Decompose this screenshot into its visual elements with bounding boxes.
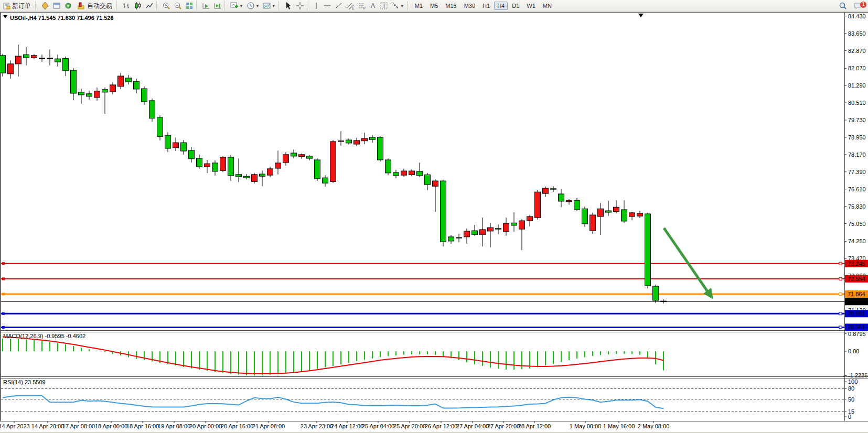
rsi-line bbox=[3, 396, 663, 408]
candle bbox=[338, 141, 344, 142]
time-tick-label: 26 Apr 12:00 bbox=[425, 423, 457, 429]
horizontal-line-tool-button[interactable] bbox=[322, 1, 333, 11]
candle bbox=[71, 70, 77, 93]
new-chart-button[interactable]: ▼ bbox=[229, 1, 245, 11]
level-line-left-handle[interactable] bbox=[2, 326, 5, 329]
candlestick-chart-button[interactable] bbox=[132, 1, 144, 11]
timeframe-h1[interactable]: H1 bbox=[479, 2, 493, 10]
time-tick-label: 21 Apr 08:00 bbox=[252, 423, 285, 429]
time-tick-label: 18 Apr 16:00 bbox=[126, 423, 159, 429]
price-tick-label: 74.250 bbox=[848, 238, 866, 244]
crosshair-tool-button[interactable] bbox=[294, 1, 306, 11]
candle bbox=[661, 301, 667, 301]
price-tick-label: 76.610 bbox=[848, 186, 866, 192]
new-order-icon bbox=[3, 2, 10, 9]
timeframe-w1[interactable]: W1 bbox=[523, 2, 539, 10]
chevron-down-icon: ▼ bbox=[400, 4, 404, 8]
trendline-tool-button[interactable] bbox=[333, 1, 345, 11]
time-tick-label: 2 May 08:00 bbox=[638, 423, 670, 429]
timeframe-d1[interactable]: D1 bbox=[509, 2, 522, 10]
chart-shift-button[interactable] bbox=[212, 1, 223, 11]
navigator-button[interactable] bbox=[62, 1, 74, 11]
macd-indicator-label: MACD(12,26,9) -0.9595 -0.4602 bbox=[3, 333, 85, 339]
timeframe-m5[interactable]: M5 bbox=[427, 2, 441, 10]
candle bbox=[559, 194, 564, 201]
time-tick-label: 1 May 00:00 bbox=[570, 423, 602, 429]
time-tick-label: 14 Apr 20:00 bbox=[31, 423, 64, 429]
macd-tick-label: 0.8795 bbox=[848, 331, 866, 337]
data-window-button[interactable] bbox=[51, 1, 62, 11]
search-button[interactable] bbox=[837, 1, 849, 11]
rsi-tick-label: 0 bbox=[848, 414, 851, 420]
time-tick-label: 20 Apr 16:00 bbox=[221, 423, 253, 429]
search-icon bbox=[839, 2, 847, 10]
svg-text:A: A bbox=[371, 2, 375, 9]
vertical-line-tool-button[interactable] bbox=[311, 1, 322, 11]
level-line-left-handle[interactable] bbox=[2, 312, 5, 315]
price-tick-label: 78.170 bbox=[848, 151, 866, 158]
text-tool-button[interactable]: A bbox=[368, 1, 378, 11]
time-tick-label: 17 Apr 08:00 bbox=[62, 423, 95, 429]
candle bbox=[39, 58, 45, 59]
market-watch-button[interactable] bbox=[39, 1, 51, 11]
timeframe-m15[interactable]: M15 bbox=[442, 2, 459, 10]
text-box-tool-button[interactable]: T bbox=[378, 1, 390, 11]
time-tick-label: 25 Apr 04:00 bbox=[362, 423, 394, 429]
timeframe-m30[interactable]: M30 bbox=[461, 2, 478, 10]
cursor-tool-button[interactable] bbox=[283, 1, 294, 11]
channel-tool-button[interactable]: E bbox=[345, 1, 356, 11]
zoom-out-button[interactable] bbox=[172, 1, 184, 11]
notifications-button[interactable]: 1 bbox=[852, 1, 864, 11]
candle bbox=[291, 153, 297, 156]
line-chart-button[interactable] bbox=[144, 1, 155, 11]
tile-windows-button[interactable] bbox=[184, 1, 195, 11]
level-line-right-handle[interactable] bbox=[839, 293, 842, 295]
candle bbox=[197, 158, 202, 167]
auto-trading-label: 自动交易 bbox=[87, 2, 112, 10]
trend-arrow[interactable] bbox=[664, 228, 708, 291]
period-button[interactable]: ▼ bbox=[245, 1, 261, 11]
timeframe-mn[interactable]: MN bbox=[540, 2, 555, 10]
text-label-icon: A bbox=[369, 2, 377, 10]
new-order-button[interactable]: 新订单 bbox=[0, 1, 34, 11]
time-tick-label: 27 Apr 20:00 bbox=[487, 423, 520, 429]
fibonacci-tool-button[interactable]: F bbox=[356, 1, 368, 11]
timeframe-h4[interactable]: H4 bbox=[494, 2, 508, 10]
auto-trading-button[interactable]: 自动交易 bbox=[74, 1, 115, 11]
candle bbox=[551, 189, 556, 189]
level-line-left-handle[interactable] bbox=[2, 293, 5, 295]
candle bbox=[118, 76, 124, 86]
timeframe-m1[interactable]: M1 bbox=[412, 2, 426, 10]
price-tick-label: 81.290 bbox=[848, 82, 866, 89]
candle bbox=[425, 175, 431, 185]
zoom-out-icon bbox=[174, 2, 182, 10]
zoom-in-button[interactable] bbox=[160, 1, 172, 11]
candle bbox=[496, 229, 501, 229]
templates-icon bbox=[263, 2, 271, 10]
candle bbox=[511, 223, 517, 225]
arrows-tool-button[interactable]: ▼ bbox=[390, 1, 406, 11]
separator bbox=[307, 2, 310, 10]
level-line-right-handle[interactable] bbox=[839, 326, 842, 329]
level-line-right-handle[interactable] bbox=[839, 262, 842, 265]
bar-chart-button[interactable] bbox=[121, 1, 132, 11]
svg-text:T: T bbox=[382, 3, 386, 9]
clock-icon bbox=[247, 2, 255, 10]
level-line-left-handle[interactable] bbox=[2, 262, 5, 265]
candle bbox=[0, 56, 6, 73]
candle bbox=[157, 117, 163, 136]
symbol-dropdown-icon[interactable] bbox=[3, 15, 7, 18]
candle bbox=[126, 78, 132, 82]
candle bbox=[181, 143, 187, 151]
level-line-left-handle[interactable] bbox=[2, 277, 5, 280]
candle bbox=[590, 215, 596, 231]
level-line-right-handle[interactable] bbox=[839, 312, 842, 315]
level-line-right-handle[interactable] bbox=[839, 277, 842, 280]
candle bbox=[409, 171, 415, 175]
templates-button[interactable]: ▼ bbox=[261, 1, 277, 11]
candle bbox=[393, 172, 399, 176]
auto-scroll-button[interactable] bbox=[200, 1, 212, 11]
price-tag-label: 72.554 bbox=[848, 276, 865, 282]
toolbar: 新订单 自动交易 ▼ ▼ ▼ E F A T ▼ M1M5M15M30H1H4D… bbox=[0, 0, 868, 12]
candle bbox=[142, 89, 147, 102]
